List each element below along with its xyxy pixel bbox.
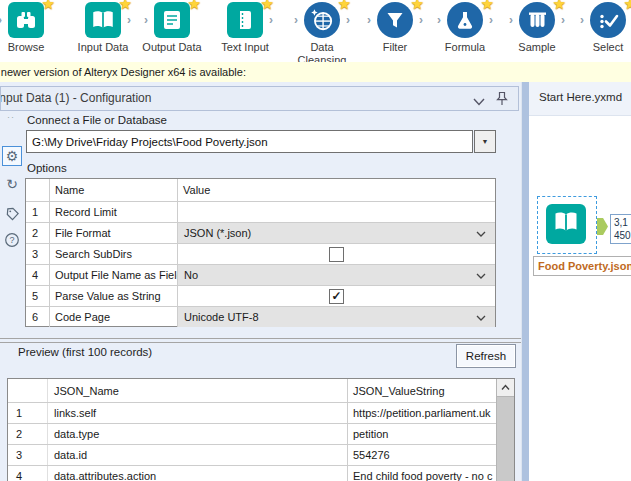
preview-label: Preview (first 100 records) [18, 346, 152, 358]
row-number: 5 [26, 286, 50, 306]
json-value-cell: petition [348, 424, 496, 444]
input-data-tool-node[interactable] [546, 204, 586, 244]
dropdown-value: No [184, 269, 198, 281]
scroll-up-icon[interactable] [497, 379, 514, 397]
favorite-star-icon: ★ [411, 0, 424, 11]
document-pencil-icon [154, 2, 190, 38]
favorite-star-icon: ★ [338, 0, 351, 11]
tool-label: Sample [502, 41, 572, 54]
option-name: Record Limit [50, 202, 178, 222]
preview-table: JSON_Name JSON_ValueString 1 links.self … [7, 378, 515, 481]
tool-label: Browse [0, 41, 61, 54]
update-notification-bar[interactable]: A newer version of Alteryx Designer x64 … [0, 62, 631, 83]
preview-scrollbar[interactable] [496, 379, 514, 481]
json-value-cell: https://petition.parliament.uk [348, 403, 496, 423]
chevron-down-icon [476, 270, 486, 282]
tool-formula[interactable]: › › ★ Formula [430, 2, 500, 54]
favorite-star-icon: ★ [261, 0, 274, 11]
refresh-circle-icon[interactable]: ↻ [2, 174, 22, 194]
svg-text:?: ? [9, 235, 14, 245]
table-row: 1 links.self https://petition.parliament… [8, 402, 496, 423]
anchor-chevron-icon: › [419, 13, 423, 27]
panel-splitter[interactable] [0, 338, 521, 343]
chevron-down-icon [476, 312, 486, 324]
file-format-dropdown[interactable]: JSON (*.json) [178, 223, 495, 243]
anchor-chevron-icon: › [367, 13, 371, 27]
code-page-dropdown[interactable]: Unicode UTF-8 [178, 307, 495, 327]
open-book-icon [552, 208, 580, 240]
json-name-cell: data.attributes.action [48, 466, 348, 481]
gear-icon[interactable]: ⚙ [2, 146, 22, 166]
tool-data-cleansing[interactable]: › › ★ Data Cleansing [287, 2, 357, 67]
anchor-chevron-icon: › [294, 13, 298, 27]
help-icon[interactable]: ? [2, 230, 22, 250]
tool-filter[interactable]: › › ★ Filter [360, 2, 430, 54]
option-name: Output File Name as Field [50, 265, 178, 285]
configuration-panel: Input Data (1) - Configuration ·· ⚙ ↻ ? … [0, 82, 521, 481]
row-number: 3 [8, 445, 48, 465]
pin-icon[interactable] [494, 91, 510, 107]
grip-dots-icon: ·· [0, 112, 22, 122]
table-row: 5 Parse Value as String ✓ [26, 285, 495, 306]
table-row: 2 File Format JSON (*.json) [26, 222, 495, 243]
favorite-star-icon: ★ [624, 0, 631, 11]
tag-icon[interactable] [2, 204, 22, 224]
binoculars-icon [8, 2, 44, 38]
json-name-cell: data.type [48, 424, 348, 444]
row-number: 1 [26, 202, 50, 222]
options-table: Name Value 1 Record Limit 2 File Format … [25, 178, 496, 327]
output-filename-dropdown[interactable]: No [178, 265, 495, 285]
record-count: 3,1 [614, 216, 631, 229]
flask-icon [447, 2, 483, 38]
tool-annotation-label[interactable]: Food Poverty.json [533, 256, 631, 276]
option-name: Parse Value as String [50, 286, 178, 306]
record-limit-value[interactable] [178, 202, 495, 222]
tool-label: Output Data [137, 41, 207, 54]
anchor-chevron-icon: › [127, 13, 131, 27]
tool-label: Filter [360, 41, 430, 54]
row-number: 2 [26, 223, 50, 243]
row-number: 2 [8, 424, 48, 444]
tool-browse[interactable]: › ★ Browse [0, 2, 61, 54]
table-row: 6 Code Page Unicode UTF-8 [26, 306, 495, 327]
table-row: 3 Search SubDirs [26, 243, 495, 264]
anchor-chevron-icon: › [0, 13, 2, 27]
tool-input-data[interactable]: › ★ Input Data [68, 2, 138, 54]
tool-select[interactable]: › ★ Select [573, 2, 631, 54]
open-book-icon [85, 2, 121, 38]
favorite-star-icon: ★ [481, 0, 494, 11]
parse-value-checkbox[interactable]: ✓ [329, 289, 344, 304]
table-row: 4 Output File Name as Field No [26, 264, 495, 285]
row-number: 4 [26, 265, 50, 285]
tool-label: Select [573, 41, 631, 54]
column-header: Value [178, 179, 495, 201]
anchor-chevron-icon: › [346, 13, 350, 27]
tool-text-input[interactable]: › ★ Text Input [210, 2, 280, 54]
column-header: Name [50, 179, 178, 201]
tool-sample[interactable]: › › ★ Sample [502, 2, 572, 54]
column-header: JSON_Name [48, 379, 348, 402]
anchor-chevron-icon: › [144, 13, 148, 27]
panel-divider[interactable] [521, 82, 529, 481]
tool-output-data[interactable]: › ★ Output Data [137, 2, 207, 54]
checkmark-dots-icon [590, 2, 626, 38]
json-name-cell: links.self [48, 403, 348, 423]
funnel-icon [377, 2, 413, 38]
options-header-row: Name Value [26, 179, 495, 201]
favorite-star-icon: ★ [553, 0, 566, 11]
dropdown-value: Unicode UTF-8 [184, 311, 259, 323]
workflow-canvas[interactable]: Start Here.yxmd 3,1 450 Food Poverty.jso… [529, 82, 631, 481]
refresh-button[interactable]: Refresh [456, 344, 516, 368]
output-anchor-icon[interactable] [597, 218, 608, 235]
json-value-cell: 554276 [348, 445, 496, 465]
chevron-down-icon[interactable] [472, 94, 486, 106]
panel-title: Input Data (1) - Configuration [0, 87, 151, 110]
config-sidebar: ·· ⚙ ↻ ? [0, 112, 24, 122]
search-subdirs-checkbox[interactable] [329, 247, 344, 262]
file-dropdown-button[interactable]: ▼ [474, 130, 496, 153]
data-size: 450 [614, 229, 631, 242]
notification-text: A newer version of Alteryx Designer x64 … [0, 66, 246, 78]
workflow-tab[interactable]: Start Here.yxmd [539, 91, 622, 103]
anchor-chevron-icon: › [580, 13, 584, 27]
file-path-input[interactable] [26, 130, 473, 153]
